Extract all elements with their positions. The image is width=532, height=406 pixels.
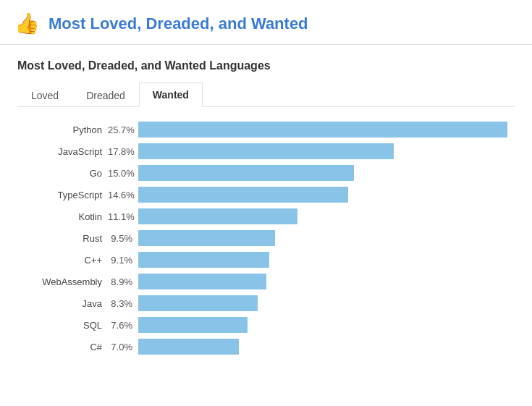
- bar-row: Kotlin11.1%: [25, 208, 507, 224]
- bar-label: Java: [25, 298, 108, 309]
- bar-fill: [138, 230, 275, 246]
- bar-track: [138, 143, 507, 159]
- bar-label: C++: [25, 255, 108, 266]
- bar-fill: [138, 317, 248, 333]
- bar-label: Go: [25, 168, 108, 179]
- bar-pct: 9.5%: [108, 233, 138, 244]
- tab-wanted[interactable]: Wanted: [139, 83, 203, 107]
- bar-row: Java8.3%: [25, 295, 507, 311]
- tab-loved[interactable]: Loved: [17, 83, 72, 107]
- bar-pct: 11.1%: [108, 211, 138, 222]
- bar-track: [138, 208, 507, 224]
- bar-label: Rust: [25, 233, 108, 244]
- bar-fill: [138, 165, 354, 181]
- bar-fill: [138, 143, 394, 159]
- bar-label: Python: [25, 124, 108, 135]
- bar-track: [138, 274, 507, 289]
- bar-fill: [138, 274, 266, 289]
- page-title: Most Loved, Dreaded, and Wanted: [48, 14, 308, 33]
- bar-row: WebAssembly8.9%: [25, 274, 507, 289]
- main-content: Most Loved, Dreaded, and Wanted Language…: [0, 45, 532, 375]
- bar-pct: 9.1%: [108, 255, 138, 266]
- bar-track: [138, 339, 507, 355]
- bar-track: [138, 122, 507, 138]
- bar-pct: 8.3%: [108, 298, 138, 309]
- bar-fill: [138, 187, 348, 203]
- bar-fill: [138, 339, 239, 355]
- page-header: 👍 Most Loved, Dreaded, and Wanted: [0, 0, 532, 45]
- bar-row: C++9.1%: [25, 252, 507, 268]
- bar-pct: 7.0%: [108, 342, 138, 352]
- bar-pct: 25.7%: [108, 124, 138, 135]
- bar-fill: [138, 252, 269, 268]
- bar-pct: 15.0%: [108, 168, 138, 179]
- thumbs-up-icon: 👍: [14, 12, 40, 35]
- bar-label: Kotlin: [25, 211, 108, 222]
- bar-row: SQL7.6%: [25, 317, 507, 333]
- bar-fill: [138, 122, 507, 138]
- bar-track: [138, 165, 507, 181]
- bar-label: WebAssembly: [25, 276, 108, 287]
- bar-label: SQL: [25, 320, 108, 331]
- tab-bar: Loved Dreaded Wanted: [17, 83, 515, 107]
- bar-row: C#7.0%: [25, 339, 507, 355]
- bar-track: [138, 317, 507, 333]
- bar-pct: 14.6%: [108, 190, 138, 200]
- bar-track: [138, 295, 507, 311]
- bar-fill: [138, 295, 258, 311]
- bar-track: [138, 230, 507, 246]
- bar-label: TypeScript: [25, 190, 108, 200]
- tab-dreaded[interactable]: Dreaded: [72, 83, 139, 107]
- bar-pct: 8.9%: [108, 276, 138, 287]
- bar-row: Rust9.5%: [25, 230, 507, 246]
- bar-label: JavaScript: [25, 146, 108, 157]
- bar-row: Go15.0%: [25, 165, 507, 181]
- bar-row: TypeScript14.6%: [25, 187, 507, 203]
- bar-fill: [138, 208, 297, 224]
- bar-chart: Python25.7%JavaScript17.8%Go15.0%TypeScr…: [17, 122, 515, 355]
- section-title: Most Loved, Dreaded, and Wanted Language…: [17, 59, 515, 72]
- bar-row: JavaScript17.8%: [25, 143, 507, 159]
- bar-pct: 17.8%: [108, 146, 138, 157]
- bar-track: [138, 252, 507, 268]
- bar-track: [138, 187, 507, 203]
- bar-pct: 7.6%: [108, 320, 138, 331]
- bar-row: Python25.7%: [25, 122, 507, 138]
- bar-label: C#: [25, 342, 108, 352]
